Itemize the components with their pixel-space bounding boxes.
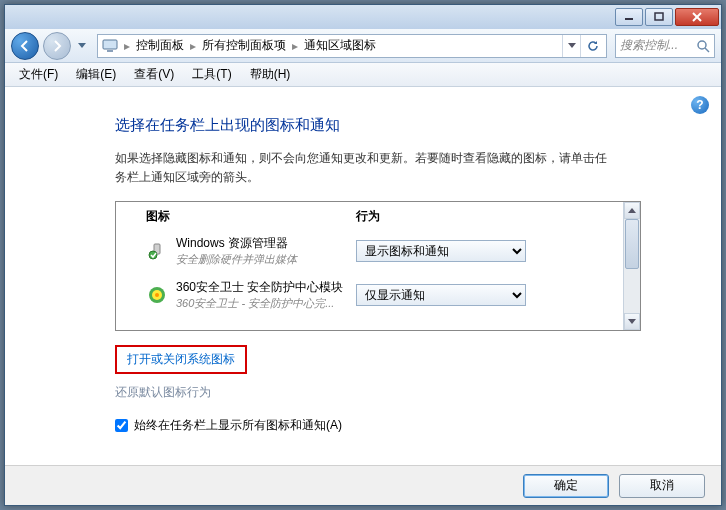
scrollbar[interactable] bbox=[623, 202, 640, 330]
row-title: 360安全卫士 安全防护中心模块 bbox=[176, 279, 356, 296]
address-dropdown[interactable] bbox=[562, 35, 580, 57]
refresh-button[interactable] bbox=[580, 35, 604, 57]
svg-rect-1 bbox=[655, 13, 663, 20]
back-button[interactable] bbox=[11, 32, 39, 60]
menu-edit[interactable]: 编辑(E) bbox=[68, 64, 124, 85]
breadcrumb-1[interactable]: 控制面板 bbox=[132, 37, 188, 54]
scroll-thumb[interactable] bbox=[625, 219, 639, 269]
icon-behavior-list: 图标 行为 Windows 资源管理器 安全删除硬件并弹出媒体 显示图标和通知 … bbox=[115, 201, 641, 331]
address-bar[interactable]: ▸ 控制面板 ▸ 所有控制面板项 ▸ 通知区域图标 bbox=[97, 34, 607, 58]
always-show-checkbox[interactable] bbox=[115, 419, 128, 432]
menu-file[interactable]: 文件(F) bbox=[11, 64, 66, 85]
svg-rect-4 bbox=[103, 40, 117, 49]
scroll-down-icon[interactable] bbox=[624, 313, 640, 330]
cancel-button[interactable]: 取消 bbox=[619, 474, 705, 498]
nav-history-dropdown[interactable] bbox=[75, 36, 89, 56]
column-header-icon: 图标 bbox=[146, 208, 356, 225]
menu-view[interactable]: 查看(V) bbox=[126, 64, 182, 85]
search-placeholder: 搜索控制... bbox=[620, 37, 678, 54]
svg-point-12 bbox=[155, 293, 159, 297]
toggle-system-icons-link[interactable]: 打开或关闭系统图标 bbox=[115, 345, 247, 374]
page-description: 如果选择隐藏图标和通知，则不会向您通知更改和更新。若要随时查看隐藏的图标，请单击… bbox=[115, 149, 611, 187]
list-row: Windows 资源管理器 安全删除硬件并弹出媒体 显示图标和通知 bbox=[116, 229, 640, 273]
menu-tools[interactable]: 工具(T) bbox=[184, 64, 239, 85]
ok-button[interactable]: 确定 bbox=[523, 474, 609, 498]
titlebar bbox=[5, 5, 721, 29]
search-icon bbox=[696, 39, 710, 53]
menubar: 文件(F) 编辑(E) 查看(V) 工具(T) 帮助(H) bbox=[5, 63, 721, 87]
behavior-select[interactable]: 显示图标和通知 bbox=[356, 240, 526, 262]
restore-defaults-link[interactable]: 还原默认图标行为 bbox=[115, 382, 211, 403]
behavior-select[interactable]: 仅显示通知 bbox=[356, 284, 526, 306]
help-icon[interactable]: ? bbox=[691, 96, 709, 114]
footer: 确定 取消 bbox=[5, 465, 721, 505]
360-icon bbox=[146, 284, 168, 306]
minimize-button[interactable] bbox=[615, 8, 643, 26]
row-subtitle: 360安全卫士 - 安全防护中心完... bbox=[176, 296, 356, 311]
maximize-button[interactable] bbox=[645, 8, 673, 26]
navbar: ▸ 控制面板 ▸ 所有控制面板项 ▸ 通知区域图标 搜索控制... bbox=[5, 29, 721, 63]
breadcrumb-sep-icon: ▸ bbox=[290, 39, 300, 53]
row-title: Windows 资源管理器 bbox=[176, 235, 356, 252]
content-area: ? 选择在任务栏上出现的图标和通知 如果选择隐藏图标和通知，则不会向您通知更改和… bbox=[5, 88, 721, 465]
scroll-up-icon[interactable] bbox=[624, 202, 640, 219]
control-panel-icon bbox=[102, 38, 118, 54]
svg-rect-5 bbox=[107, 50, 113, 52]
page-heading: 选择在任务栏上出现的图标和通知 bbox=[115, 116, 681, 135]
column-header-behavior: 行为 bbox=[356, 208, 620, 225]
forward-button[interactable] bbox=[43, 32, 71, 60]
explorer-icon bbox=[146, 240, 168, 262]
list-row: 360安全卫士 安全防护中心模块 360安全卫士 - 安全防护中心完... 仅显… bbox=[116, 273, 640, 317]
svg-point-6 bbox=[698, 41, 706, 49]
breadcrumb-sep-icon: ▸ bbox=[188, 39, 198, 53]
menu-help[interactable]: 帮助(H) bbox=[242, 64, 299, 85]
breadcrumb-3[interactable]: 通知区域图标 bbox=[300, 37, 380, 54]
search-input[interactable]: 搜索控制... bbox=[615, 34, 715, 58]
breadcrumb-2[interactable]: 所有控制面板项 bbox=[198, 37, 290, 54]
close-button[interactable] bbox=[675, 8, 719, 26]
always-show-label: 始终在任务栏上显示所有图标和通知(A) bbox=[134, 417, 342, 434]
svg-line-7 bbox=[705, 48, 709, 52]
row-subtitle: 安全删除硬件并弹出媒体 bbox=[176, 252, 356, 267]
breadcrumb-sep-icon: ▸ bbox=[122, 39, 132, 53]
